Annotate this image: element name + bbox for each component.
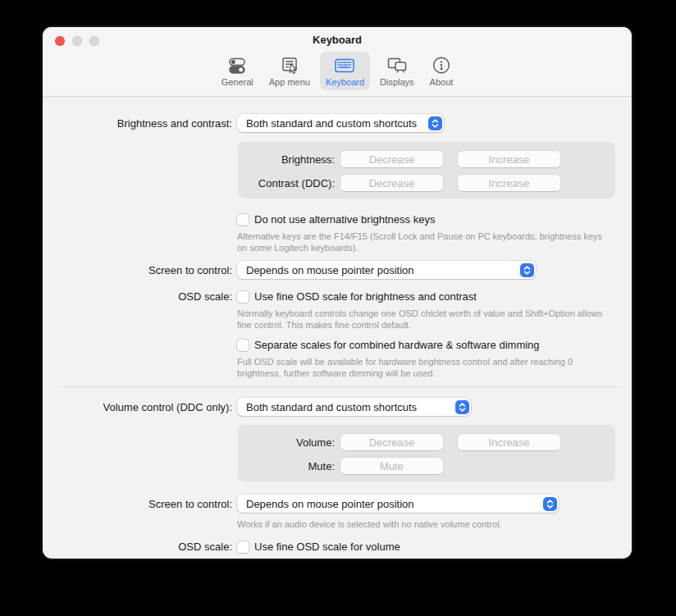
row-label: Mute:	[238, 460, 335, 472]
volume-mode-popup[interactable]: Both standard and custom shortcuts	[237, 398, 471, 416]
window-controls	[55, 36, 99, 46]
brightness-mode-row: Brightness and contrast: Both standard a…	[43, 114, 632, 132]
zoom-button[interactable]	[89, 36, 99, 46]
tab-about[interactable]: About	[424, 52, 459, 90]
volume-shortcut-row: Volume: Decrease Increase	[238, 434, 615, 450]
contrast-shortcut-row: Contrast (DDC): Decrease Increase	[238, 175, 615, 191]
brightness-decrease-button[interactable]: Decrease	[340, 151, 443, 167]
help-text: Full OSD scale will be available for har…	[237, 356, 608, 379]
osd-scale-label: OSD scale:	[43, 541, 232, 553]
alt-brightness-keys-checkbox[interactable]	[237, 214, 249, 226]
displays-icon	[386, 54, 408, 76]
tab-label: About	[430, 77, 454, 87]
alt-brightness-keys-row: Do not use alternative brightness keys	[43, 213, 632, 226]
row-label: Brightness:	[238, 153, 335, 166]
volume-fine-osd-checkbox[interactable]	[237, 541, 249, 553]
volume-screen-row: Screen to control: Depends on mouse poin…	[43, 495, 632, 513]
fine-osd-checkbox[interactable]	[237, 291, 249, 303]
checkbox-label: Use fine OSD scale for brightness and co…	[254, 290, 477, 303]
popup-value: Both standard and custom shortcuts	[246, 117, 417, 130]
volume-fine-osd-row: OSD scale: Use fine OSD scale for volume	[43, 541, 632, 553]
volume-mode-row: Volume control (DDC only): Both standard…	[43, 398, 632, 416]
tab-label: Keyboard	[326, 77, 364, 87]
tab-keyboard[interactable]: Keyboard	[320, 52, 370, 90]
popup-value: Both standard and custom shortcuts	[246, 401, 417, 413]
tab-displays[interactable]: Displays	[374, 52, 420, 90]
fine-osd-row: OSD scale: Use fine OSD scale for bright…	[43, 290, 632, 303]
chevron-up-down-icon	[520, 263, 534, 277]
minimize-button[interactable]	[72, 36, 82, 46]
alt-brightness-help-row: Alternative keys are the F14/F15 (Scroll…	[43, 230, 632, 253]
volume-decrease-button[interactable]: Decrease	[340, 434, 443, 450]
titlebar: Keyboard General	[43, 27, 632, 97]
brightness-mode-label: Brightness and contrast:	[43, 117, 232, 130]
separate-scales-help-row: Full OSD scale will be available for har…	[43, 356, 632, 379]
tab-label: App menu	[269, 77, 310, 87]
volume-mode-label: Volume control (DDC only):	[43, 401, 232, 413]
help-text: Works if an audio device is selected wit…	[237, 518, 502, 530]
checkbox-label: Separate scales for combined hardware & …	[254, 339, 540, 351]
brightness-increase-button[interactable]: Increase	[458, 151, 560, 167]
help-text: Normally keyboard controls change one OS…	[237, 308, 608, 331]
chevron-up-down-icon	[428, 116, 442, 130]
help-text: Alternative keys are the F14/F15 (Scroll…	[237, 230, 608, 253]
mute-button[interactable]: Mute	[340, 458, 443, 474]
chevron-up-down-icon	[543, 497, 557, 511]
brightness-screen-row: Screen to control: Depends on mouse poin…	[43, 261, 632, 279]
tab-label: General	[222, 77, 254, 87]
volume-screen-popup[interactable]: Depends on mouse pointer position	[237, 495, 559, 513]
preferences-window: Keyboard General	[43, 27, 632, 559]
volume-shortcuts-group: Volume: Decrease Increase Mute: Mute	[238, 425, 615, 481]
contrast-decrease-button[interactable]: Decrease	[340, 175, 443, 191]
contrast-increase-button[interactable]: Increase	[458, 175, 560, 191]
toggles-icon	[226, 54, 248, 76]
mute-shortcut-row: Mute: Mute	[238, 458, 615, 474]
section-divider	[62, 386, 619, 387]
close-button[interactable]	[55, 36, 65, 46]
tab-app-menu[interactable]: App menu	[263, 52, 316, 90]
checkbox-label: Use fine OSD scale for volume	[254, 541, 400, 553]
chevron-up-down-icon	[455, 400, 469, 414]
volume-increase-button[interactable]: Increase	[458, 434, 560, 450]
brightness-screen-popup[interactable]: Depends on mouse pointer position	[237, 261, 536, 279]
screen-to-control-label: Screen to control:	[43, 498, 232, 510]
menu-cursor-icon	[279, 54, 300, 76]
fine-osd-help-row: Normally keyboard controls change one OS…	[43, 308, 632, 331]
info-circle-icon	[431, 54, 452, 76]
checkbox-label: Do not use alternative brightness keys	[254, 213, 435, 226]
keyboard-pane: Brightness and contrast: Both standard a…	[43, 97, 632, 553]
popup-value: Depends on mouse pointer position	[246, 264, 414, 276]
brightness-mode-popup[interactable]: Both standard and custom shortcuts	[237, 114, 444, 132]
brightness-shortcut-row: Brightness: Decrease Increase	[238, 151, 615, 167]
keyboard-icon	[334, 54, 355, 76]
row-label: Contrast (DDC):	[238, 177, 335, 189]
row-label: Volume:	[238, 436, 335, 449]
separate-scales-row: Separate scales for combined hardware & …	[43, 339, 632, 351]
osd-scale-label: OSD scale:	[43, 290, 232, 303]
screen-to-control-label: Screen to control:	[43, 264, 232, 276]
brightness-shortcuts-group: Brightness: Decrease Increase Contrast (…	[238, 142, 615, 198]
tab-general[interactable]: General	[216, 52, 259, 90]
popup-value: Depends on mouse pointer position	[246, 498, 414, 510]
window-title: Keyboard	[43, 32, 632, 50]
tab-label: Displays	[380, 77, 414, 87]
volume-screen-help-row: Works if an audio device is selected wit…	[43, 518, 632, 530]
toolbar: General App menu	[43, 50, 632, 96]
separate-scales-checkbox[interactable]	[237, 340, 249, 351]
